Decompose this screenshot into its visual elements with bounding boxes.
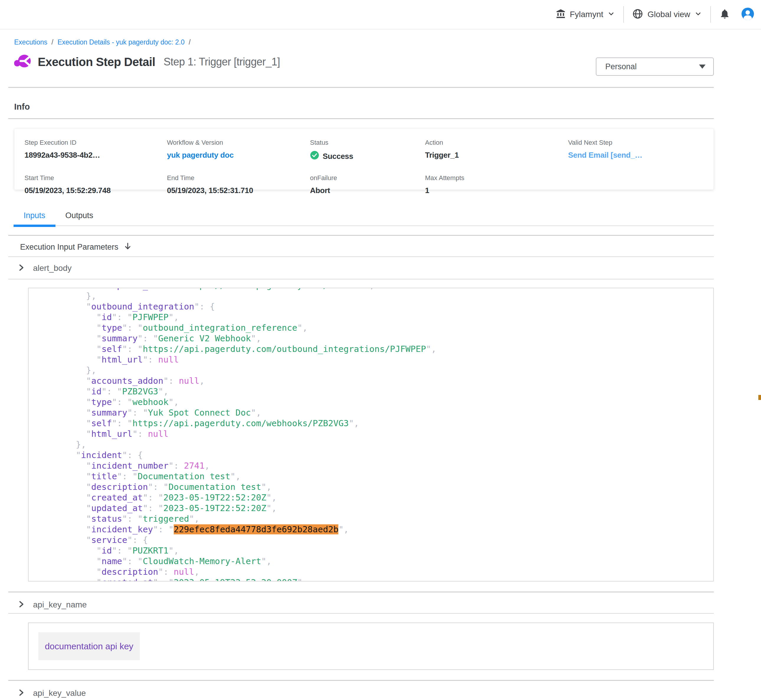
code-line: "summary": "Generic V2 Webhook", <box>66 333 713 344</box>
topbar-divider <box>710 6 711 23</box>
info-field-value[interactable]: Send Email [send_… <box>568 151 714 160</box>
info-heading: Info <box>14 102 714 112</box>
info-field-value: Trigger_1 <box>425 151 568 160</box>
chevron-right-icon <box>18 600 25 609</box>
section-divider <box>8 613 714 614</box>
info-field-value: Success <box>310 151 425 162</box>
tab-outputs[interactable]: Outputs <box>55 211 103 225</box>
org-switcher[interactable]: Fylamynt <box>556 9 615 20</box>
alert-body-label: alert_body <box>33 264 72 273</box>
info-field: ActionTrigger_1 <box>425 139 568 162</box>
info-field-label: Status <box>310 139 425 147</box>
chevron-right-icon <box>18 689 25 698</box>
alert-body-json-viewer[interactable]: "endpoint_url": "https://hooks.pagerduty… <box>28 288 714 581</box>
scope-select[interactable]: Personal <box>596 58 714 76</box>
info-field-label: Start Time <box>25 174 167 182</box>
chevron-down-icon <box>608 10 615 19</box>
code-line: "service": { <box>66 534 713 545</box>
section-divider <box>8 592 714 592</box>
info-field-label: Step Execution ID <box>25 139 167 147</box>
breadcrumb-link[interactable]: Executions <box>14 38 47 46</box>
code-line: "description": "Documentation test", <box>66 481 713 492</box>
info-field-label: Max Attempts <box>425 174 568 182</box>
info-divider <box>8 118 714 119</box>
main-content: Executions/Execution Details - yuk pager… <box>0 38 761 698</box>
chevron-right-icon <box>18 264 25 273</box>
code-line-partial: "endpoint_url": "https://hooks.pagerduty… <box>66 288 713 291</box>
breadcrumb-link[interactable]: Execution Details - yuk pagerduty doc: 2… <box>58 38 185 46</box>
code-line: "type": "webhook", <box>66 397 713 407</box>
info-field-value: 05/19/2023, 15:52:31.710 <box>167 186 310 195</box>
info-field-value: 1 <box>425 186 568 195</box>
view-label: Global view <box>647 10 690 19</box>
tab-bar: InputsOutputs <box>14 211 714 226</box>
search-highlight: 229efec8feda44778d3fe692b28aed2b <box>174 524 338 534</box>
code-line: "created_at": "2023-05-19T22:52:20Z", <box>66 492 713 503</box>
info-field-label: End Time <box>167 174 310 182</box>
tab-inputs[interactable]: Inputs <box>14 211 55 225</box>
info-field: Valid Next StepSend Email [send_… <box>568 139 714 162</box>
execution-input-parameters-row[interactable]: Execution Input Parameters <box>14 242 714 252</box>
code-line: "type": "outbound_integration_reference"… <box>66 322 713 333</box>
api-key-name-box: documentation api key <box>28 622 714 670</box>
execution-input-parameters-label: Execution Input Parameters <box>20 242 118 252</box>
api-key-chip-label: documentation api key <box>45 641 133 652</box>
info-field: Max Attempts1 <box>425 174 568 195</box>
info-field: Workflow & Versionyuk pagerduty doc <box>167 139 310 162</box>
code-line: "html_url": null <box>66 354 713 365</box>
code-line: "incident": { <box>66 450 713 460</box>
api-key-name-expander[interactable]: api_key_name <box>14 600 714 609</box>
code-line: "updated_at": "2023-05-19T22:52:20Z", <box>66 503 713 513</box>
alert-body-expander[interactable]: alert_body <box>14 264 714 273</box>
page-subtitle: Step 1: Trigger [trigger_1] <box>163 56 280 68</box>
info-field: End Time05/19/2023, 15:52:31.710 <box>167 174 310 195</box>
code-line: "summary": "Yuk Spot Connect Doc", <box>66 407 713 418</box>
avatar-icon <box>741 7 755 22</box>
info-field-value: Abort <box>310 186 425 195</box>
bell-icon <box>719 8 730 20</box>
status-text: Success <box>323 152 353 161</box>
breadcrumb-separator: / <box>52 38 53 46</box>
page-title: Execution Step Detail <box>38 55 155 69</box>
api-key-value-label: api_key_value <box>33 689 86 698</box>
section-divider <box>8 235 714 236</box>
chevron-down-icon <box>694 10 702 19</box>
code-line: "description": null, <box>66 567 713 577</box>
code-line: "self": "https://api.pagerduty.com/webho… <box>66 418 713 428</box>
caret-down-icon <box>699 64 706 69</box>
api-key-value-expander[interactable]: api_key_value <box>14 689 714 698</box>
account-button[interactable] <box>741 7 755 22</box>
info-field-label: onFailure <box>310 174 425 182</box>
code-line: "incident_key": "229efec8feda44778d3fe69… <box>66 524 713 534</box>
section-divider <box>8 256 714 257</box>
breadcrumb-separator: / <box>189 38 191 46</box>
info-field-value: 18992a43-9538-4b2… <box>25 151 167 160</box>
topbar: Fylamynt Global view <box>0 0 761 30</box>
scrollbar-find-marker <box>758 395 761 400</box>
header-divider <box>8 87 714 88</box>
info-field-value[interactable]: yuk pagerduty doc <box>167 151 310 160</box>
code-line: "self": "https://api.pagerduty.com/outbo… <box>66 344 713 354</box>
org-label: Fylamynt <box>570 10 603 19</box>
api-key-chip[interactable]: documentation api key <box>38 632 140 660</box>
code-line: "outbound_integration": { <box>66 301 713 312</box>
code-line-partial: "created_at": "2023-05-19T22:52:20.000Z"… <box>66 577 713 581</box>
scope-selected-value: Personal <box>605 62 637 71</box>
bank-icon <box>556 9 566 20</box>
code-line: }, <box>66 365 713 375</box>
arrow-down-icon <box>124 242 132 252</box>
json-code: "endpoint_url": "https://hooks.pagerduty… <box>28 288 713 581</box>
code-line: "incident_number": 2741, <box>66 460 713 471</box>
section-divider <box>8 680 714 681</box>
view-switcher[interactable]: Global view <box>632 8 702 20</box>
breadcrumb: Executions/Execution Details - yuk pager… <box>14 38 714 46</box>
code-line: }, <box>66 291 713 301</box>
api-key-name-label: api_key_name <box>33 600 87 609</box>
workflow-brand-icon <box>14 53 31 70</box>
code-line: "title": "Documentation test", <box>66 471 713 481</box>
success-check-icon <box>310 151 319 162</box>
code-line: "status": "triggered", <box>66 513 713 524</box>
info-field: StatusSuccess <box>310 139 425 162</box>
info-field: Start Time05/19/2023, 15:52:29.748 <box>25 174 167 195</box>
notifications-button[interactable] <box>719 8 730 20</box>
